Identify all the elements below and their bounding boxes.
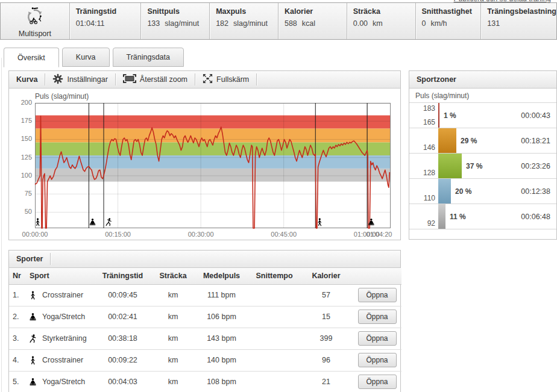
publish-shared-training-link[interactable]: Publicera och se delad träning xyxy=(454,0,551,3)
crosstrainer-marker-icon xyxy=(318,218,321,225)
sports-table: Nr Sport Träningstid Sträcka Medelpuls S… xyxy=(9,268,401,392)
tab-training-data[interactable]: Träningsdata xyxy=(113,48,184,67)
open-button[interactable]: Öppna xyxy=(358,375,397,389)
zone-bar xyxy=(438,154,462,178)
col-actions xyxy=(353,268,401,284)
hr-zone-band xyxy=(35,116,391,129)
sport-name: Crosstrainer xyxy=(42,291,83,299)
summary-cell-training-load: Träningsbelastning 131 xyxy=(480,3,556,39)
col-sport: Sport xyxy=(26,268,93,284)
crosstrainer-icon xyxy=(28,356,37,365)
zone-percent: 29 % xyxy=(461,137,477,145)
open-button[interactable]: Öppna xyxy=(358,288,397,302)
multisport-icon xyxy=(24,6,46,29)
reset-zoom-button[interactable]: Återställ zoom xyxy=(116,71,195,88)
col-nr: Nr xyxy=(9,268,26,284)
sport-name: Styrketräning xyxy=(42,334,87,343)
y-axis-tick: 100 xyxy=(11,172,32,179)
x-axis-tick: 01:04:20 xyxy=(361,231,397,238)
chart-y-axis-title: Puls (slag/minut) xyxy=(35,92,89,101)
summary-sport-cell: Multisport xyxy=(1,3,69,39)
sports-table-header-row: Nr Sport Träningstid Sträcka Medelpuls S… xyxy=(9,268,401,284)
reset-zoom-icon xyxy=(123,74,136,85)
sportzone-row-2: 110 20 % 00:12:38 xyxy=(409,179,556,204)
chart-plot-area[interactable] xyxy=(35,103,391,228)
curve-panel-header: Kurva xyxy=(9,71,400,89)
settings-button[interactable]: Inställningar xyxy=(45,71,115,88)
fullscreen-icon xyxy=(203,73,213,86)
sports-panel-title: Sporter xyxy=(9,255,50,263)
content-left-border xyxy=(1,58,2,392)
sports-panel-header: Sporter xyxy=(9,250,400,268)
fullscreen-button[interactable]: Fullskärm xyxy=(195,71,256,88)
y-axis-tick: 150 xyxy=(11,135,32,142)
zone-time: 00:00:43 xyxy=(521,111,556,120)
x-axis-tick: 00:00:00 xyxy=(17,231,53,238)
y-axis-tick: 175 xyxy=(11,117,32,124)
zone-lower-bound: 110 xyxy=(424,194,435,202)
table-row: 4. Crosstrainer 00:09:22 km 140 bpm 96 Ö… xyxy=(9,349,401,371)
sport-name: Yoga/Stretch xyxy=(42,378,85,386)
zone-lower-bound: 146 xyxy=(423,143,435,152)
zone-time: 00:12:38 xyxy=(521,187,556,196)
zone-time: 00:06:48 xyxy=(521,213,556,221)
yoga-marker-icon xyxy=(90,219,96,225)
tab-overview[interactable]: Översikt xyxy=(4,48,59,67)
hr-zone-band xyxy=(35,169,391,182)
summary-cell-distance: Sträcka 0.00km xyxy=(347,3,415,39)
sport-name: Crosstrainer xyxy=(42,356,83,364)
sportzones-panel: Sportzoner Puls (slag/minut) 183 165 1 %… xyxy=(409,70,557,240)
sportzone-row-4: 146 29 % 00:18:21 xyxy=(409,128,556,154)
crosstrainer-icon xyxy=(28,291,37,300)
summary-cell-avg-hr: Snittpuls 133slag/minut xyxy=(140,3,209,39)
y-axis-tick: 200 xyxy=(11,99,32,106)
col-calories: Kalorier xyxy=(300,268,353,284)
open-button[interactable]: Öppna xyxy=(358,331,397,346)
col-pace: Snittempo xyxy=(249,268,300,284)
curve-panel-title: Kurva xyxy=(9,75,45,84)
summary-cell-duration: Träningstid 01:04:11 xyxy=(69,3,141,39)
yoga-icon xyxy=(28,313,37,322)
col-avg-hr: Medelpuls xyxy=(194,268,249,284)
zone-percent: 1 % xyxy=(444,111,456,120)
zone-lower-bound: 128 xyxy=(423,169,435,177)
sportzones-header: Sportzoner xyxy=(409,71,556,89)
summary-sport-label: Multisport xyxy=(19,30,51,38)
zone-lower-bound: 165 xyxy=(423,118,435,126)
sportzones-title: Sportzoner xyxy=(409,75,464,84)
y-axis-tick: 50 xyxy=(11,208,32,215)
open-button[interactable]: Öppna xyxy=(358,353,397,367)
sports-panel: Sporter Nr Sport Träningstid Sträcka Med… xyxy=(8,250,401,392)
summary-cell-max-hr: Maxpuls 182slag/minut xyxy=(209,3,278,39)
table-row: 3. Styrketräning 00:38:18 km 143 bpm 399… xyxy=(9,328,401,349)
crosstrainer-marker-icon xyxy=(36,218,39,225)
sportzone-row-1: 92 11 % 00:06:48 xyxy=(409,204,556,229)
y-axis-tick: 75 xyxy=(11,190,32,197)
y-axis-tick: 125 xyxy=(11,154,32,161)
x-axis-tick: 00:15:00 xyxy=(100,231,136,238)
zone-bar xyxy=(438,204,445,229)
tab-curve[interactable]: Kurva xyxy=(62,48,110,67)
zone-bar xyxy=(438,103,439,128)
zone-upper-bound: 183 xyxy=(423,104,435,113)
zone-lower-bound: 92 xyxy=(427,219,435,228)
strength-training-icon xyxy=(28,334,37,343)
zone-percent: 20 % xyxy=(455,187,471,196)
table-row: 5. Yoga/Stretch 00:04:03 km 108 bpm 21 Ö… xyxy=(9,371,401,392)
zone-bar xyxy=(438,128,456,153)
heart-rate-chart[interactable]: Puls (slag/minut) 507510012515017520000:… xyxy=(9,89,400,241)
col-duration: Träningstid xyxy=(93,268,152,284)
sportzone-row-5: 183 165 1 % 00:00:43 xyxy=(409,103,556,128)
zone-bar xyxy=(438,179,451,204)
zone-percent: 11 % xyxy=(450,213,466,221)
summary-cell-avg-speed: Snitthastighet 0km/h xyxy=(415,3,481,39)
x-axis-tick: 00:30:00 xyxy=(183,231,219,238)
strength-marker-icon xyxy=(106,218,111,225)
yoga-icon xyxy=(28,378,37,387)
sportzone-row-3: 128 37 % 00:23:26 xyxy=(409,154,556,179)
curve-panel: Kurva xyxy=(8,70,401,240)
zone-time: 00:18:21 xyxy=(521,137,556,145)
sportzones-subtitle: Puls (slag/minut) xyxy=(409,89,556,103)
tab-bar: Översikt Kurva Träningsdata xyxy=(4,48,184,67)
open-button[interactable]: Öppna xyxy=(358,310,397,324)
